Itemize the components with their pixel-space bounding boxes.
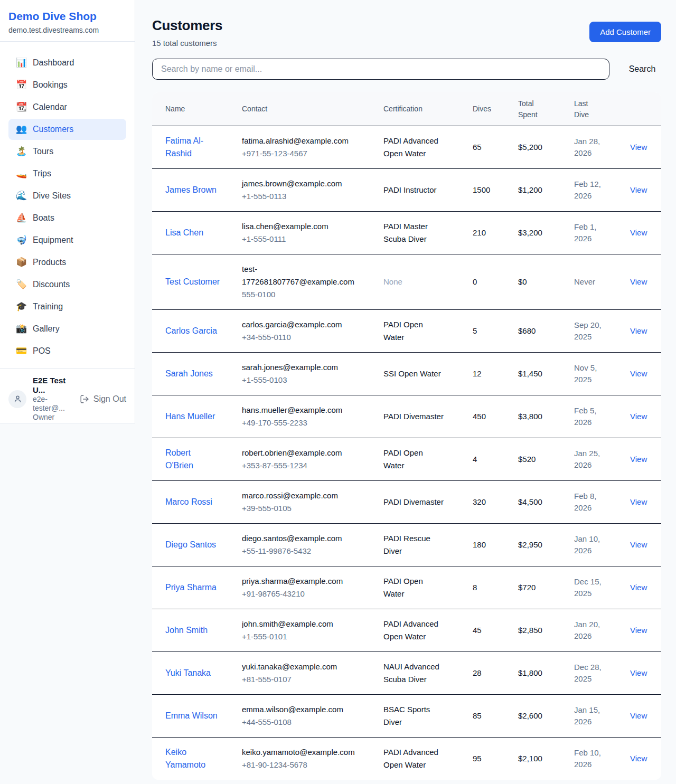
sidebar-item-dashboard[interactable]: 📊 Dashboard [8,52,126,73]
search-row: Search [152,59,661,80]
customer-total-spent: $2,950 [518,530,574,560]
view-customer-link[interactable]: View [630,277,647,286]
customer-last-dive: Feb 8, 2026 [574,490,608,514]
customer-last-dive: Jan 28, 2026 [574,136,608,159]
customer-certification: PADI Advanced Open Water [383,618,446,643]
customer-certification: PADI Divemaster [383,410,444,423]
customer-total-spent: $0 [518,267,574,297]
equipment-icon: 🤿 [16,234,26,247]
page-title: Customers [152,17,222,34]
view-customer-link[interactable]: View [630,497,647,506]
main-content: Customers 15 total customers Add Custome… [135,0,676,784]
customer-name-link[interactable]: Keiko Yamamoto [165,746,220,771]
calendar-icon: 📆 [16,101,26,114]
customer-certification: BSAC Sports Diver [383,703,446,729]
customer-email: lisa.chen@example.com [242,220,364,233]
shop-name: Demo Dive Shop [8,10,126,23]
view-customer-link[interactable]: View [630,754,647,763]
column-header: Certification [383,98,473,120]
search-button[interactable]: Search [623,64,661,74]
customer-last-dive: Never [574,276,595,288]
view-customer-link[interactable]: View [630,626,647,635]
customer-name-link[interactable]: Test Customer [165,276,220,288]
customer-certification: PADI Advanced Open Water [383,135,446,160]
table-row: Sarah Jones sarah.jones@example.com +1-5… [152,352,661,395]
table-row: Carlos Garcia carlos.garcia@example.com … [152,309,661,352]
customer-name-link[interactable]: Lisa Chen [165,226,203,239]
customer-name-link[interactable]: Diego Santos [165,539,216,551]
customer-phone: +81-555-0107 [242,673,375,686]
table-body: Fatima Al-Rashid fatima.alrashid@example… [152,126,661,780]
customer-name-link[interactable]: Marco Rossi [165,496,212,508]
customer-total-spent: $720 [518,573,574,602]
view-customer-link[interactable]: View [630,668,647,677]
customer-email: emma.wilson@example.com [242,703,364,716]
customer-name-link[interactable]: Robert O'Brien [165,447,220,472]
customer-dives: 450 [473,402,518,431]
view-customer-link[interactable]: View [630,711,647,720]
view-customer-link[interactable]: View [630,540,647,549]
view-customer-link[interactable]: View [630,369,647,378]
customers-icon: 👥 [16,123,26,136]
view-customer-link[interactable]: View [630,143,647,152]
customer-name-link[interactable]: Priya Sharma [165,581,217,594]
customer-last-dive: Jan 20, 2026 [574,619,608,642]
table-row: Fatima Al-Rashid fatima.alrashid@example… [152,126,661,168]
sidebar-item-gallery[interactable]: 📸 Gallery [8,318,126,339]
sidebar-item-products[interactable]: 📦 Products [8,252,126,273]
customer-email: carlos.garcia@example.com [242,318,364,331]
customer-phone: +1-555-0101 [242,630,375,643]
column-header: Dives [473,98,518,120]
tours-icon: 🏝️ [16,145,26,158]
customer-email: test-1772681807767@example.com [242,263,364,288]
customer-name-link[interactable]: John Smith [165,624,208,637]
sidebar-item-trips[interactable]: 🚤 Trips [8,163,126,184]
customer-dives: 4 [473,445,518,474]
view-customer-link[interactable]: View [630,326,647,335]
customer-total-spent: $2,850 [518,616,574,645]
customer-name-link[interactable]: Carlos Garcia [165,325,217,337]
sign-out-button[interactable]: Sign Out [80,394,126,404]
shop-domain: demo.test.divestreams.com [8,26,126,34]
user-role: Owner [33,413,73,422]
customer-phone: +81-90-1234-5678 [242,759,375,771]
search-input[interactable] [152,59,609,80]
customer-name-link[interactable]: Emma Wilson [165,710,218,722]
view-customer-link[interactable]: View [630,185,647,194]
brand-block: Demo Dive Shop demo.test.divestreams.com [0,0,135,42]
sidebar-item-equipment[interactable]: 🤿 Equipment [8,230,126,251]
user-email: e2e-tester@... [33,395,73,413]
view-customer-link[interactable]: View [630,455,647,464]
customer-name-link[interactable]: Hans Mueller [165,410,215,423]
sidebar-item-training[interactable]: 🎓 Training [8,296,126,317]
sidebar-item-customers[interactable]: 👥 Customers [8,119,126,140]
view-customer-link[interactable]: View [630,583,647,592]
customer-phone: +353-87-555-1234 [242,459,375,472]
sidebar-item-pos[interactable]: 💳 POS [8,341,126,362]
customer-certification: PADI Instructor [383,184,437,196]
customer-email: fatima.alrashid@example.com [242,135,364,147]
customer-total-spent: $1,800 [518,658,574,688]
customer-name-link[interactable]: Sarah Jones [165,367,213,380]
table-row: Emma Wilson emma.wilson@example.com +44-… [152,694,661,737]
customer-name-link[interactable]: Yuki Tanaka [165,667,211,679]
sidebar-item-dive-sites[interactable]: 🌊 Dive Sites [8,185,126,206]
customer-dives: 180 [473,530,518,560]
table-row: Lisa Chen lisa.chen@example.com +1-555-0… [152,211,661,254]
sidebar-item-calendar[interactable]: 📆 Calendar [8,97,126,118]
add-customer-button[interactable]: Add Customer [589,22,661,42]
sidebar-item-tours[interactable]: 🏝️ Tours [8,141,126,162]
sidebar: Demo Dive Shop demo.test.divestreams.com… [0,0,135,423]
customer-phone: +91-98765-43210 [242,588,375,600]
sidebar-item-boats[interactable]: ⛵ Boats [8,207,126,229]
customer-dives: 1500 [473,175,518,205]
sidebar-item-discounts[interactable]: 🏷️ Discounts [8,274,126,295]
view-customer-link[interactable]: View [630,228,647,237]
view-customer-link[interactable]: View [630,412,647,421]
customer-name-link[interactable]: James Brown [165,184,217,196]
customer-name-link[interactable]: Fatima Al-Rashid [165,135,220,160]
table-row: John Smith john.smith@example.com +1-555… [152,609,661,651]
page-header: Customers 15 total customers Add Custome… [152,17,661,48]
products-icon: 📦 [16,256,26,269]
sidebar-item-bookings[interactable]: 📅 Bookings [8,74,126,96]
